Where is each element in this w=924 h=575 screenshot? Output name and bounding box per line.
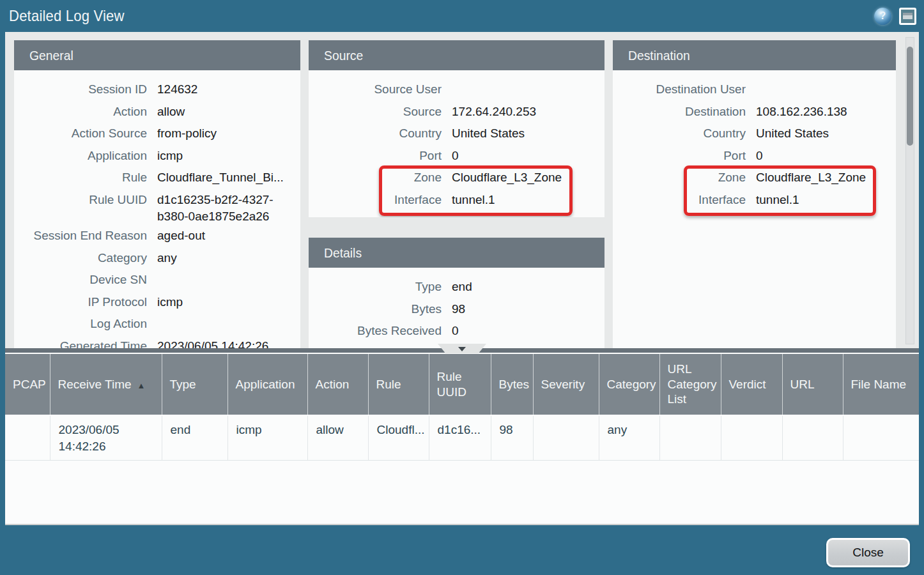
field-value: 0 (756, 148, 891, 164)
window-icon[interactable] (899, 8, 916, 25)
field-row-session-end-reason: Session End Reasonaged-out (14, 225, 295, 247)
field-value: 172.64.240.253 (452, 103, 599, 120)
field-value: 124632 (157, 81, 295, 98)
field-label: Action (14, 103, 147, 120)
field-label: IP Protocol (14, 294, 147, 310)
field-row-interface: Interfacetunnel.1 (309, 189, 599, 211)
field-value: end (452, 279, 599, 295)
field-label: Country (309, 125, 442, 142)
field-label: Session ID (14, 81, 147, 98)
field-label: Source (309, 103, 442, 120)
field-value: Cloudflare_L3_Zone (756, 169, 891, 186)
column-header-url[interactable]: URL (782, 354, 843, 415)
table-row[interactable]: 2023/06/05 14:42:26endicmpallowCloudfl..… (5, 415, 919, 461)
source-panel-body: Source UserSource172.64.240.253CountryUn… (309, 70, 604, 211)
field-label: Log Action (14, 316, 147, 332)
source-panel-header: Source (309, 40, 604, 70)
column-label: Action (316, 378, 350, 391)
field-value: from-policy (157, 125, 295, 142)
column-header-verdict[interactable]: Verdict (721, 354, 782, 415)
field-label: Source User (309, 81, 442, 98)
field-value: United States (452, 125, 599, 142)
column-label: Application (236, 378, 295, 391)
field-row-category: Categoryany (14, 247, 295, 270)
cell-rule: Cloudfl... (368, 415, 429, 461)
column-header-bytes[interactable]: Bytes (491, 354, 533, 415)
general-panel-header: General (14, 40, 300, 70)
cell-application: icmp (227, 415, 307, 461)
column-header-rule[interactable]: Rule (368, 354, 429, 415)
field-value: United States (756, 125, 891, 142)
cell-verdict (721, 415, 782, 461)
dialog-title: Detailed Log View (9, 7, 125, 25)
field-row-action-source: Action Sourcefrom-policy (14, 123, 295, 145)
field-value: icmp (157, 148, 295, 164)
log-table-region: PCAPReceive Time▲TypeApplicationActionRu… (5, 353, 919, 525)
column-header-severity[interactable]: Severity (533, 354, 599, 415)
cell-bytes: 98 (491, 415, 533, 461)
field-label: Bytes Received (309, 323, 442, 339)
field-label: Zone (309, 169, 442, 186)
column-header-rule-uuid[interactable]: Rule UUID (429, 354, 491, 415)
scrollbar-thumb[interactable] (907, 47, 913, 146)
field-row-source: Source172.64.240.253 (309, 101, 599, 123)
column-header-application[interactable]: Application (227, 354, 307, 415)
field-label: Port (309, 148, 442, 164)
field-value: allow (157, 103, 295, 120)
column-label: Category (607, 378, 656, 391)
general-panel: General Session ID124632ActionallowActio… (14, 40, 300, 348)
field-label: Rule UUID (14, 192, 147, 208)
cell-category: any (599, 415, 659, 461)
details-panel-header: Details (309, 238, 604, 268)
collapse-handle[interactable] (438, 344, 486, 353)
field-label: Category (14, 250, 147, 266)
field-value: Cloudflare_Tunnel_Bi... (157, 169, 295, 186)
field-label: Destination (613, 103, 746, 120)
column-label: URL Category List (668, 362, 717, 406)
field-row-country: CountryUnited States (613, 123, 891, 145)
cell-url-category-list (659, 415, 721, 461)
field-row-interface: Interfacetunnel.1 (613, 189, 891, 211)
field-value: 0 (452, 323, 599, 339)
general-column: General Session ID124632ActionallowActio… (14, 40, 300, 348)
window-icon-glyph (903, 13, 912, 19)
field-row-zone: ZoneCloudflare_L3_Zone (309, 167, 599, 189)
field-row-destination-user: Destination User (613, 79, 891, 101)
cell-type: end (162, 415, 227, 461)
close-button[interactable]: Close (826, 538, 910, 567)
cell-rule-uuid: d1c16... (429, 415, 491, 461)
dialog-body: General Session ID124632ActionallowActio… (5, 32, 919, 525)
column-header-url-category-list[interactable]: URL Category List (659, 354, 721, 415)
log-table-header: PCAPReceive Time▲TypeApplicationActionRu… (5, 354, 919, 415)
column-header-action[interactable]: Action (307, 354, 368, 415)
destination-panel-body: Destination UserDestination108.162.236.1… (613, 70, 896, 211)
field-label: Rule (14, 169, 147, 186)
column-label: Bytes (499, 378, 530, 391)
cell-pcap (5, 415, 50, 461)
column-label: Rule (376, 378, 401, 391)
field-value: aged-out (157, 227, 295, 244)
column-label: File Name (851, 378, 907, 391)
log-table-body: 2023/06/05 14:42:26endicmpallowCloudfl..… (5, 415, 919, 461)
field-row-country: CountryUnited States (309, 123, 599, 145)
column-header-receive-time[interactable]: Receive Time▲ (50, 354, 162, 415)
help-icon[interactable]: ? (874, 8, 891, 25)
column-header-pcap[interactable]: PCAP (5, 354, 50, 415)
panel-table-splitter[interactable] (5, 348, 919, 353)
field-label: Port (613, 148, 746, 164)
chevron-down-icon (458, 347, 466, 351)
field-label: Application (14, 148, 147, 164)
field-value: 2023/06/05 14:42:26 (157, 338, 295, 348)
field-value: d1c16235-b2f2-4327-b380-0ae1875e2a26 (157, 192, 295, 225)
field-label: Zone (613, 169, 746, 186)
column-label: Receive Time (58, 378, 132, 391)
field-label: Session End Reason (14, 227, 147, 244)
column-header-file-name[interactable]: File Name (843, 354, 919, 415)
general-panel-title: General (29, 48, 73, 63)
column-header-category[interactable]: Category (599, 354, 659, 415)
field-row-device-sn: Device SN (14, 269, 295, 291)
field-value: 98 (452, 301, 599, 318)
column-header-type[interactable]: Type (162, 354, 227, 415)
panels-scrollbar[interactable] (905, 37, 914, 344)
dialog-titlebar: Detailed Log View ? (0, 0, 924, 32)
